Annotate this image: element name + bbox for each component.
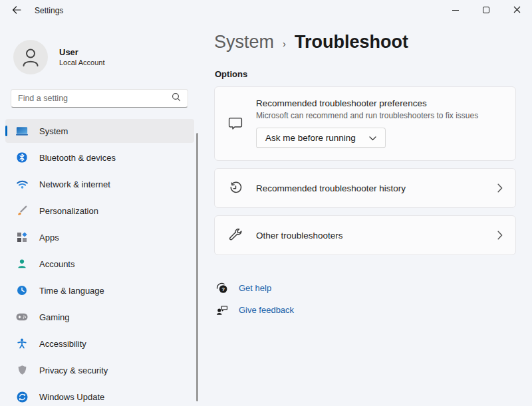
close-icon <box>513 4 521 16</box>
sidebar-item-label: Bluetooth & devices <box>39 153 116 163</box>
sidebar-item-gaming[interactable]: Gaming <box>5 305 194 329</box>
user-account-type: Local Account <box>59 58 105 68</box>
sidebar-item-system[interactable]: System <box>5 119 194 143</box>
pref-content: Recommended troubleshooter preferences M… <box>256 87 478 160</box>
personalization-icon <box>16 205 28 217</box>
sidebar-item-windows-update[interactable]: Windows Update <box>5 385 194 406</box>
sidebar-item-bluetooth-devices[interactable]: Bluetooth & devices <box>5 146 194 169</box>
sidebar-item-label: Time & language <box>39 286 104 296</box>
sidebar-item-apps[interactable]: Apps <box>5 225 194 249</box>
back-arrow-icon <box>12 5 21 17</box>
chevron-down-icon <box>369 133 376 143</box>
sidebar-scrollbar[interactable] <box>196 133 198 401</box>
sidebar-item-label: Accounts <box>39 259 74 269</box>
sidebar-item-label: Personalization <box>39 206 98 216</box>
card-subtitle: Microsoft can recommend and run troubles… <box>256 111 478 120</box>
give-feedback-link[interactable]: Give feedback <box>239 305 294 315</box>
card-recommended-preferences: Recommended troubleshooter preferences M… <box>214 86 516 161</box>
window-controls <box>440 0 532 20</box>
sidebar-item-label: Network & internet <box>39 179 110 189</box>
close-button[interactable] <box>501 0 532 20</box>
message-icon <box>215 87 256 160</box>
chevron-right-icon <box>497 183 503 193</box>
person-icon <box>21 47 41 68</box>
sidebar: User Local Account System <box>0 21 200 406</box>
sidebar-item-accessibility[interactable]: Accessibility <box>5 332 194 355</box>
minimize-icon <box>452 10 459 11</box>
user-account[interactable]: User Local Account <box>13 40 105 74</box>
dropdown-value: Ask me before running <box>265 133 356 143</box>
windows-update-icon <box>16 391 28 403</box>
gaming-icon <box>16 311 28 323</box>
sidebar-item-label: Windows Update <box>39 392 104 402</box>
get-help-row: ? Get help <box>216 282 294 294</box>
accessibility-icon <box>16 338 28 350</box>
sidebar-item-accounts[interactable]: Accounts <box>5 252 194 276</box>
apps-icon <box>16 231 28 243</box>
sidebar-item-label: Apps <box>39 233 59 243</box>
sidebar-item-time-language[interactable]: Time & language <box>5 278 194 302</box>
sidebar-item-label: Accessibility <box>39 339 86 349</box>
breadcrumb-system[interactable]: System <box>214 32 274 52</box>
chevron-right-icon <box>497 231 503 240</box>
section-label-options: Options <box>215 69 247 79</box>
card-title: Recommended troubleshooter preferences <box>256 98 478 108</box>
titlebar: Settings <box>0 0 532 21</box>
card-other-troubleshooters[interactable]: Other troubleshooters <box>214 215 516 255</box>
shield-icon <box>16 364 28 376</box>
card-title: Other troubleshooters <box>256 231 497 241</box>
search-icon <box>172 92 181 104</box>
bluetooth-icon <box>16 152 28 163</box>
get-help-link[interactable]: Get help <box>239 283 271 293</box>
sidebar-item-privacy-security[interactable]: Privacy & security <box>5 358 194 382</box>
breadcrumb-separator: › <box>283 36 286 49</box>
give-feedback-row: Give feedback <box>216 304 294 316</box>
avatar <box>13 40 48 74</box>
user-info: User Local Account <box>59 47 105 68</box>
network-icon <box>16 178 28 190</box>
accounts-icon <box>16 258 28 270</box>
breadcrumb: System › Troubleshoot <box>214 32 408 52</box>
svg-text:?: ? <box>221 286 225 292</box>
maximize-button[interactable] <box>471 0 501 20</box>
options-cards: Recommended troubleshooter preferences M… <box>214 86 516 262</box>
search-box[interactable] <box>11 89 188 108</box>
search-input[interactable] <box>18 94 172 103</box>
system-icon <box>16 125 28 137</box>
sidebar-nav: System Bluetooth & devices Network & int… <box>5 119 194 406</box>
time-language-icon <box>16 284 28 296</box>
sidebar-item-personalization[interactable]: Personalization <box>5 199 194 223</box>
maximize-icon <box>483 7 489 13</box>
troubleshooter-preference-dropdown[interactable]: Ask me before running <box>256 128 386 148</box>
page-title: Troubleshoot <box>295 32 408 52</box>
card-title: Recommended troubleshooter history <box>256 183 497 193</box>
card-troubleshooter-history[interactable]: Recommended troubleshooter history <box>214 168 516 208</box>
feedback-icon <box>216 304 228 316</box>
app-title: Settings <box>35 6 63 15</box>
footer-links: ? Get help Give feedback <box>216 282 294 326</box>
history-icon <box>215 181 256 195</box>
sidebar-item-label: Gaming <box>39 312 70 322</box>
help-icon: ? <box>216 282 228 294</box>
sidebar-item-network-internet[interactable]: Network & internet <box>5 172 194 196</box>
sidebar-item-label: System <box>39 126 68 136</box>
wrench-icon <box>215 229 256 243</box>
back-button[interactable] <box>7 1 27 20</box>
sidebar-item-label: Privacy & security <box>39 365 108 375</box>
minimize-button[interactable] <box>440 0 471 20</box>
user-name: User <box>59 47 105 58</box>
